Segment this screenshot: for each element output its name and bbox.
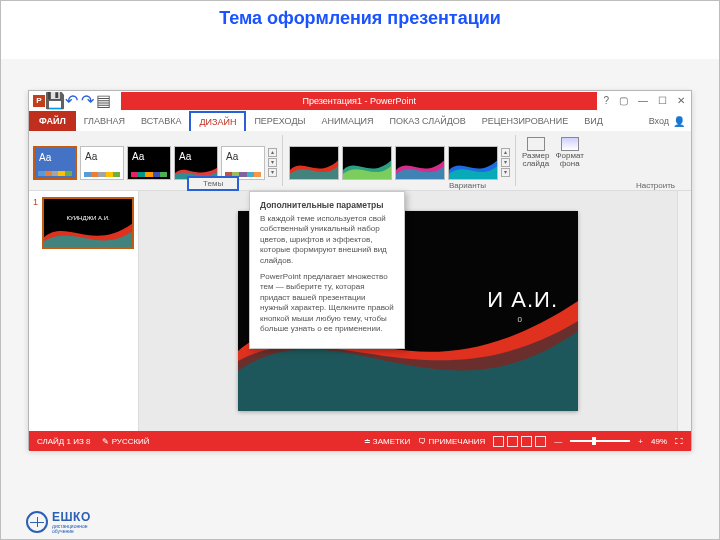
vertical-scrollbar[interactable] [677, 191, 691, 431]
customize-group: Размер слайда Формат фона [518, 131, 588, 190]
tooltip-paragraph: В каждой теме используется свой собствен… [260, 214, 394, 266]
powerpoint-window: P 💾 ↶ ↷ ▤ Презентация1 - PowerPoint ? ▢ … [28, 90, 692, 450]
tab-animation[interactable]: АНИМАЦИЯ [313, 111, 381, 131]
user-icon[interactable]: 👤 [673, 116, 685, 127]
slide-thumbnails-panel: 1 КУИНДЖИ А.И. [29, 191, 139, 431]
tooltip-paragraph: PowerPoint предлагает множество тем — вы… [260, 272, 394, 334]
normal-view-icon[interactable] [493, 436, 504, 447]
undo-icon[interactable]: ↶ [65, 95, 77, 107]
close-icon[interactable]: ✕ [677, 95, 685, 106]
login-link[interactable]: Вход [649, 116, 669, 126]
brand-logo: ЕШКО дистанционное обучение [26, 510, 91, 534]
tab-slideshow[interactable]: ПОКАЗ СЛАЙДОВ [382, 111, 474, 131]
maximize-icon[interactable]: ☐ [658, 95, 667, 106]
tooltip-title: Дополнительные параметры [260, 200, 394, 210]
ribbon-design: Aa Aa Aa Aa Aa ▴▾▾ Темы ▴▾▾ Варианты Раз… [29, 131, 691, 191]
slide-thumbnail[interactable]: 1 КУИНДЖИ А.И. [33, 197, 134, 249]
slideshow-view-icon[interactable] [535, 436, 546, 447]
slide-size-button[interactable]: Размер слайда [522, 137, 550, 168]
tab-insert[interactable]: ВСТАВКА [133, 111, 189, 131]
tooltip-more-options: Дополнительные параметры В каждой теме и… [249, 191, 405, 349]
brand-tagline: обучение [52, 529, 91, 534]
language-indicator[interactable]: ✎ РУССКИЙ [102, 437, 149, 446]
variant-option[interactable] [342, 146, 392, 180]
variants-more-button[interactable]: ▴▾▾ [501, 148, 511, 177]
variant-option[interactable] [395, 146, 445, 180]
themes-group-label: Темы [187, 176, 239, 191]
window-title: Презентация1 - PowerPoint [303, 96, 416, 106]
zoom-level[interactable]: 49% [651, 437, 667, 446]
minimize-icon[interactable]: — [638, 95, 648, 106]
fit-window-icon[interactable]: ⛶ [675, 437, 683, 446]
quick-access-toolbar: P 💾 ↶ ↷ ▤ [29, 95, 113, 107]
brand-name: ЕШКО [52, 510, 91, 524]
tab-home[interactable]: ГЛАВНАЯ [76, 111, 133, 131]
tab-file[interactable]: ФАЙЛ [29, 111, 76, 131]
variant-option[interactable] [289, 146, 339, 180]
tab-transitions[interactable]: ПЕРЕХОДЫ [246, 111, 313, 131]
workspace: 1 КУИНДЖИ А.И. Дополнительные параметры … [29, 191, 691, 431]
status-bar: СЛАЙД 1 ИЗ 8 ✎ РУССКИЙ ≐ ЗАМЕТКИ 🗨 ПРИМЕ… [29, 431, 691, 451]
variants-group-label: Варианты [449, 181, 486, 190]
slide-title-fragment: И А.И. [487, 287, 558, 313]
app-icon: P [33, 95, 45, 107]
slide-editor: Дополнительные параметры В каждой теме и… [139, 191, 677, 431]
ribbon-tabs: ФАЙЛ ГЛАВНАЯ ВСТАВКА ДИЗАЙН ПЕРЕХОДЫ АНИ… [29, 111, 691, 131]
ribbon-display-icon[interactable]: ▢ [619, 95, 628, 106]
theme-option[interactable]: Aa [221, 146, 265, 180]
theme-option[interactable]: Aa [127, 146, 171, 180]
thumbnail-number: 1 [33, 197, 38, 249]
notes-button[interactable]: ≐ ЗАМЕТКИ [364, 437, 411, 446]
comments-button[interactable]: 🗨 ПРИМЕЧАНИЯ [418, 437, 485, 446]
tab-view[interactable]: ВИД [576, 111, 611, 131]
zoom-slider[interactable] [570, 440, 630, 442]
sorter-view-icon[interactable] [507, 436, 518, 447]
theme-option[interactable]: Aa [80, 146, 124, 180]
page-heading: Тема оформления презентации [0, 0, 720, 59]
slide-subtitle-fragment: 0 [518, 315, 522, 324]
reading-view-icon[interactable] [521, 436, 532, 447]
themes-gallery: Aa Aa Aa Aa Aa ▴▾▾ [29, 131, 280, 190]
theme-option-current[interactable]: Aa [33, 146, 77, 180]
zoom-out-icon[interactable]: — [554, 437, 562, 446]
tab-design[interactable]: ДИЗАЙН [189, 111, 246, 131]
help-icon[interactable]: ? [603, 95, 609, 106]
globe-icon [26, 511, 48, 533]
theme-option[interactable]: Aa [174, 146, 218, 180]
variant-option[interactable] [448, 146, 498, 180]
thumbnail-title: КУИНДЖИ А.И. [44, 215, 132, 221]
slide-counter: СЛАЙД 1 ИЗ 8 [37, 437, 90, 446]
redo-icon[interactable]: ↷ [81, 95, 93, 107]
customize-group-label: Настроить [636, 181, 675, 190]
save-icon[interactable]: 💾 [49, 95, 61, 107]
format-background-button[interactable]: Формат фона [556, 137, 584, 168]
themes-more-button[interactable]: ▴▾▾ [268, 148, 278, 177]
tab-review[interactable]: РЕЦЕНЗИРОВАНИЕ [474, 111, 577, 131]
titlebar: P 💾 ↶ ↷ ▤ Презентация1 - PowerPoint ? ▢ … [29, 91, 691, 111]
start-slideshow-icon[interactable]: ▤ [97, 95, 109, 107]
zoom-in-icon[interactable]: + [638, 437, 643, 446]
